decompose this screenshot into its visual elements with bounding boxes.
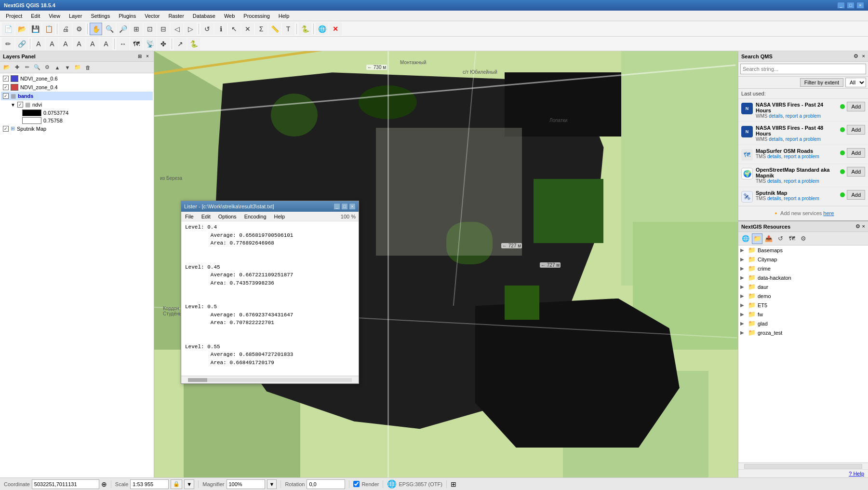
nasa-48-add-button[interactable]: Add [847,125,865,135]
tree-item-citymap[interactable]: ▶ 📁 Citymap [738,255,868,264]
move-up-button[interactable]: ▲ [53,63,62,72]
expand-icon-fw[interactable]: ▶ [740,312,746,317]
tree-item-et5[interactable]: ▶ 📁 ET5 [738,300,868,310]
tree-item-glad[interactable]: ▶ 📁 glad [738,319,868,328]
text-button[interactable]: T [282,23,294,35]
deselect-button[interactable]: ✕ [241,23,254,35]
zoom-layer-button[interactable]: ⊡ [144,23,156,35]
nextgis-resources-button[interactable]: 📁 [752,233,762,244]
refresh-button[interactable]: ↺ [201,23,214,35]
settings-button[interactable]: ⚙ [73,23,85,35]
lister-horizontal-scrollbar[interactable] [181,376,359,383]
nextgis-settings-button[interactable]: ⚙ [855,223,860,230]
lister-scrollbar-thumb[interactable] [188,378,207,382]
tree-item-crime[interactable]: ▶ 📁 crime [738,264,868,273]
lister-menu-encoding[interactable]: Encoding [240,213,270,220]
scale-lock-button[interactable]: 🔒 [171,479,182,489]
menu-processing[interactable]: Processing [240,12,273,20]
layer-item-ndvi-zone-04[interactable]: NDVI_zone_0.4 [1,83,153,92]
messages-icon[interactable]: ⊞ [451,480,456,488]
move-label-button[interactable]: A [59,38,72,50]
map-canvas[interactable]: Монтажный с/т Юбилейный Лопатки из Берез… [154,51,738,477]
sputnik-report-link[interactable]: report a problem [784,196,819,201]
layer-properties-button[interactable]: ⚙ [42,63,52,72]
layer-item-ndvi[interactable]: ▼ ▦ ndvi [9,100,153,109]
menu-layer[interactable]: Layer [65,12,86,20]
pan-button[interactable]: ✋ [90,23,102,35]
nasa-48-details-link[interactable]: details [769,136,783,142]
edit-layer-button[interactable]: ✏ [22,63,32,72]
menu-vector[interactable]: Vector [141,12,163,20]
lister-content[interactable]: Level: 0.4 Average: 0.656819700506101 Ar… [181,221,359,376]
expand-icon-glad[interactable]: ▶ [740,321,746,326]
extra1-button[interactable]: ↗ [174,38,187,50]
expand-icon-basemaps[interactable]: ▶ [740,247,746,253]
lister-close-button[interactable]: × [349,203,356,210]
menu-project[interactable]: Project [2,12,26,20]
search-input[interactable] [740,64,866,74]
rotation-input[interactable] [307,479,345,489]
save-as-button[interactable]: 📋 [42,23,55,35]
scale-dropdown-button[interactable]: ▼ [184,479,194,489]
layers-panel-controls[interactable]: ⊞ × [136,53,151,60]
lister-maximize-button[interactable]: □ [341,203,348,210]
layers-panel-float-button[interactable]: ⊞ [136,53,143,60]
nasa-24-add-button[interactable]: Add [847,102,865,111]
expand-icon-demo[interactable]: ▶ [740,293,746,299]
lister-titlebar[interactable]: Lister - [c:\Work\strelka\result3\stat.t… [181,201,359,212]
qms-close-button[interactable]: × [862,53,865,59]
expand-icon-crime[interactable]: ▶ [740,266,746,271]
map-area[interactable]: Монтажный с/т Юбилейный Лопатки из Берез… [154,51,738,477]
nasa-48-report-link[interactable]: report a problem [786,136,821,142]
mapsurfer-report-link[interactable]: report a problem [784,154,819,159]
georef-button[interactable]: 🗺 [130,38,143,50]
nextgis-upload-button[interactable]: 📤 [763,233,774,244]
help-link[interactable]: ? Help [849,471,864,476]
select-button[interactable]: ↖ [228,23,240,35]
menu-edit[interactable]: Edit [27,12,44,20]
close-button[interactable]: × [856,2,864,9]
lister-menu-edit[interactable]: Edit [198,213,214,220]
menu-web[interactable]: Web [220,12,239,20]
remove-layer-button[interactable]: 🗑 [83,63,93,72]
qms-controls[interactable]: ⚙ × [854,53,865,59]
identify-button[interactable]: ℹ [214,23,227,35]
georef2-button[interactable]: ✤ [157,38,170,50]
move-down-button[interactable]: ▼ [63,63,72,72]
nextgis-tree-scrollbar[interactable] [738,463,868,469]
layer-group-button[interactable]: 📁 [73,63,82,72]
sputnik-details-link[interactable]: details [767,196,781,201]
lister-minimize-button[interactable]: _ [334,203,340,210]
snap-button[interactable]: 🔗 [15,38,28,50]
rotate-label-button[interactable]: A [73,38,85,50]
print-button[interactable]: 🖨 [59,23,72,35]
tree-item-demo[interactable]: ▶ 📁 demo [738,291,868,300]
nextgis-scrollbar-track[interactable] [744,464,862,469]
filter-layer-button[interactable]: 🔍 [32,63,42,72]
zoom-previous-button[interactable]: ◁ [171,23,183,35]
scale-input[interactable] [130,479,169,489]
save-project-button[interactable]: 💾 [29,23,41,35]
zoom-out-button[interactable]: 🔎 [117,23,129,35]
lister-menu-options[interactable]: Options [214,213,240,220]
layer-checkbox-sputnik[interactable] [3,126,9,132]
expand-ndvi[interactable]: ▼ [11,102,15,108]
python-button[interactable]: 🐍 [299,23,311,35]
add-layer-button[interactable]: ✚ [12,63,22,72]
layer-checkbox-ndvi[interactable] [17,102,23,108]
maximize-button[interactable]: □ [847,2,855,9]
nasa-24-report-link[interactable]: report a problem [786,113,821,119]
qms-settings-button[interactable]: ⚙ [854,53,858,59]
expand-icon-daur[interactable]: ▶ [740,284,746,289]
coordinate-input[interactable] [32,479,99,489]
mapsurfer-details-link[interactable]: details [767,154,781,159]
magnifier-input[interactable] [227,479,265,489]
label-button[interactable]: A [32,38,45,50]
menu-raster[interactable]: Raster [164,12,187,20]
change-label-button[interactable]: A [100,38,112,50]
expand-icon-data-hackaton[interactable]: ▶ [740,275,746,280]
tree-item-groza[interactable]: ▶ 📁 groza_test [738,328,868,337]
render-checkbox[interactable] [353,481,360,487]
layer-checkbox-ndvi-zone-06[interactable] [3,76,9,82]
zoom-next-button[interactable]: ▷ [184,23,197,35]
